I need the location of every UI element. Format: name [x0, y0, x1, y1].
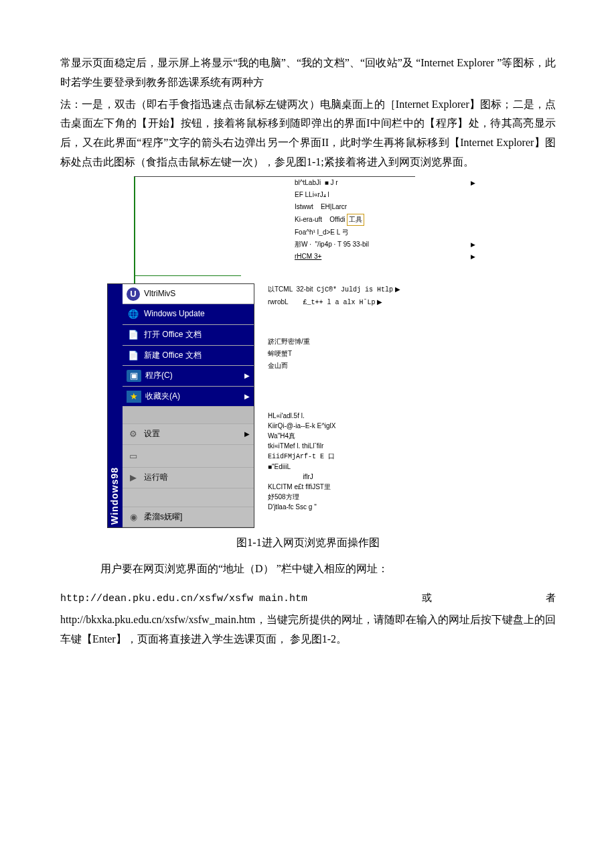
- submenu-item-label: Ki-era-uft: [295, 214, 322, 225]
- start-menu-item-settings[interactable]: ⚙ 设置 ▶: [123, 424, 254, 445]
- shutdown-icon: ◉: [127, 511, 140, 523]
- conj-or: 或: [422, 590, 432, 608]
- doc-paragraph-2: 法：一是，双击（即右手食指迅速点击鼠标左键两次）电脑桌面上的［Internet …: [60, 95, 556, 172]
- submenu-item-label: bl^tLabJi: [295, 178, 321, 188]
- submenu-item[interactable]: iflrJ: [268, 472, 348, 482]
- figure-caption: 图1-1进入网页浏览界面操作图: [60, 533, 556, 553]
- document-icon: 📄: [127, 329, 140, 341]
- submenu-item[interactable]: EiidFMjArf-t E 口: [268, 451, 442, 462]
- url-line-1: http://dean.pku.edu.cn/xsfw/xsfw main.ht…: [60, 590, 556, 608]
- submenu-item-label: rwrobL: [268, 298, 288, 306]
- submenu-item[interactable]: 妤508方理: [268, 492, 442, 502]
- submenu-panel-2: 以TCML 32-bit CjC®* Juldj is Htlp ▶ rwrob…: [268, 283, 442, 372]
- windows98-label: Windows98: [106, 464, 123, 527]
- submenu-item-label: Istwwt: [295, 202, 313, 212]
- start-menu-item-programs[interactable]: ▣ 程序(C) ▶: [123, 366, 254, 387]
- submenu-item[interactable]: 那W · "/ip4p · T 95 33-bil▶: [295, 239, 469, 250]
- submenu-item[interactable]: rHCM 3+▶: [295, 251, 469, 262]
- programs-folder-icon: ▣: [127, 370, 141, 382]
- url-text: http://dean.pku.edu.cn/xsfw/xsfw main.ht…: [60, 590, 307, 608]
- decorative-line-vertical: [134, 176, 135, 283]
- chevron-right-icon: ▶: [244, 370, 250, 382]
- submenu-item-label: rHCM 3+: [295, 251, 321, 262]
- arrow-right-icon: ▶: [471, 252, 475, 261]
- instruction-text: 用户要在网页浏览界面的“地址（D） ”栏中键入相应的网址：: [100, 560, 556, 579]
- submenu-item[interactable]: EF LLi«rJ₄ l: [295, 190, 469, 200]
- submenu-item-label: 那W ·: [295, 239, 311, 250]
- submenu-item-detail: Offidi: [329, 214, 345, 225]
- start-item-label: VltriMivS: [144, 287, 175, 302]
- start-menu-item-ultraedit[interactable]: U VltriMivS: [123, 284, 254, 305]
- submenu-item-label: 以TCML: [268, 285, 293, 293]
- submenu-item[interactable]: D'jtlaa-fc Ssc g ": [268, 502, 442, 512]
- chevron-right-icon: ▶: [244, 391, 250, 403]
- submenu-item[interactable]: Istwwt EH|Larcr: [295, 202, 469, 212]
- submenu-item-detail: 32-bit: [296, 285, 313, 293]
- submenu-item[interactable]: rwrobL £_t++ l a alx HˉLp ▶: [268, 296, 442, 309]
- submenu-item[interactable]: 跻汇野密博/重: [268, 336, 442, 348]
- conj-zhe: 者: [546, 590, 556, 608]
- submenu-item[interactable]: tki«iTMef l. thiLlˉfilr: [268, 441, 442, 451]
- start-menu-item-shutdown[interactable]: ◉ 柔溜s妩曜]: [123, 507, 254, 528]
- start-menu-item-new-office[interactable]: 📄 新建 Office 文档: [123, 346, 254, 367]
- placeholder-icon: ▭: [127, 450, 140, 462]
- submenu-item[interactable]: KiirQi-@-ia--E-k E^iglX: [268, 421, 442, 431]
- submenu-item[interactable]: bl^tLabJi ■ J r ▶: [295, 178, 469, 188]
- start-menu-item-run[interactable]: ▶ 运行暗: [123, 468, 254, 488]
- start-menu-item-blank: [123, 407, 254, 424]
- run-icon: ▶: [127, 472, 140, 484]
- favorites-star-icon: ★: [127, 391, 141, 403]
- arrow-right-icon: ▶: [471, 178, 475, 188]
- globe-icon: 🌐: [127, 308, 140, 320]
- start-menu-section: Windows98 U VltriMivS 🌐 Windows Update 📄…: [107, 283, 455, 528]
- start-item-label: Windows Update: [144, 307, 205, 322]
- start-menu-item-blank: ▭: [123, 445, 254, 468]
- submenu-panel-1: bl^tLabJi ■ J r ▶ EF LLi«rJ₄ l Istwwt EH…: [295, 176, 469, 263]
- start-item-label: 新建 Office 文档: [144, 348, 202, 363]
- submenu-item[interactable]: 金山而: [268, 360, 442, 372]
- start-menu-items: U VltriMivS 🌐 Windows Update 📄 打开 Office…: [123, 284, 254, 527]
- submenu-item-label: EF LLi«rJ₄ l: [295, 190, 329, 200]
- submenu-item-detail: ■ J r: [325, 178, 338, 188]
- start-menu-sidebar: Windows98: [108, 284, 123, 527]
- ultraedit-icon: U: [127, 287, 140, 301]
- submenu-item[interactable]: HL«i'adl.5f l.: [268, 411, 442, 421]
- submenu-item[interactable]: ■"EdiiiL: [268, 462, 442, 472]
- start-menu-item-favorites[interactable]: ★ 收藏夹(A) ▶: [123, 387, 254, 407]
- chevron-right-icon: ▶: [244, 428, 250, 440]
- decorative-line-horizontal: [134, 275, 241, 276]
- document-icon: 📄: [127, 349, 140, 361]
- submenu-item[interactable]: Wa"H4真: [268, 431, 442, 441]
- submenu-item-detail: "/ip4p · T 95 33-bil: [315, 239, 369, 250]
- settings-icon: ⚙: [127, 428, 140, 440]
- arrow-right-icon: ▶: [471, 240, 475, 249]
- submenu-item[interactable]: Ki-era-uft Offidi 工具: [295, 214, 469, 226]
- submenu-item[interactable]: KLCITM e£t flfiJST里: [268, 482, 442, 492]
- start-item-label: 柔溜s妩曜]: [144, 510, 182, 525]
- start-menu-item-windows-update[interactable]: 🌐 Windows Update: [123, 304, 254, 325]
- submenu-item[interactable]: 以TCML 32-bit CjC®* Juldj is Htlp ▶: [268, 283, 442, 296]
- submenu-item-label: Foa^h¹ I_d>E L 弓: [295, 227, 349, 238]
- start-menu-item-blank: [123, 488, 254, 507]
- arrow-right-icon: ▶: [377, 298, 382, 306]
- start-item-label: 程序(C): [145, 369, 173, 383]
- start-item-label: 打开 Office 文档: [144, 328, 202, 342]
- start-menu-item-open-office[interactable]: 📄 打开 Office 文档: [123, 325, 254, 346]
- doc-paragraph-3: http://bkxka.pku.edu.cn/xsfw/xsfw_main.h…: [60, 610, 556, 649]
- submenu-panel-3: HL«i'adl.5f l. KiirQi-@-ia--E-k E^iglX W…: [268, 411, 442, 512]
- submenu-item-detail: EH|Larcr: [321, 202, 347, 212]
- start-item-label: 设置: [144, 427, 160, 442]
- highlighted-label: 工具: [347, 214, 364, 226]
- start-item-label: 运行暗: [144, 470, 168, 485]
- submenu-item-extra: CjC®* Juldj is Htlp: [317, 286, 393, 293]
- figure-1-1: bl^tLabJi ■ J r ▶ EF LLi«rJ₄ l Istwwt EH…: [107, 176, 455, 528]
- submenu-top-area: bl^tLabJi ■ J r ▶ EF LLi«rJ₄ l Istwwt EH…: [134, 176, 455, 283]
- submenu-item[interactable]: 蛑哽蟹T: [268, 348, 442, 360]
- submenu-item-extra: £_t++ l a alx HˉLp: [303, 299, 375, 306]
- doc-paragraph-1: 常显示页面稳定后，显示屏上将显示“我的电脑”、“我的文档”、“回收站”及 “In…: [60, 54, 556, 92]
- arrow-right-icon: ▶: [395, 285, 400, 293]
- windows-start-menu: Windows98 U VltriMivS 🌐 Windows Update 📄…: [107, 283, 254, 528]
- submenu-item[interactable]: Foa^h¹ I_d>E L 弓: [295, 227, 469, 238]
- start-item-label: 收藏夹(A): [145, 389, 180, 404]
